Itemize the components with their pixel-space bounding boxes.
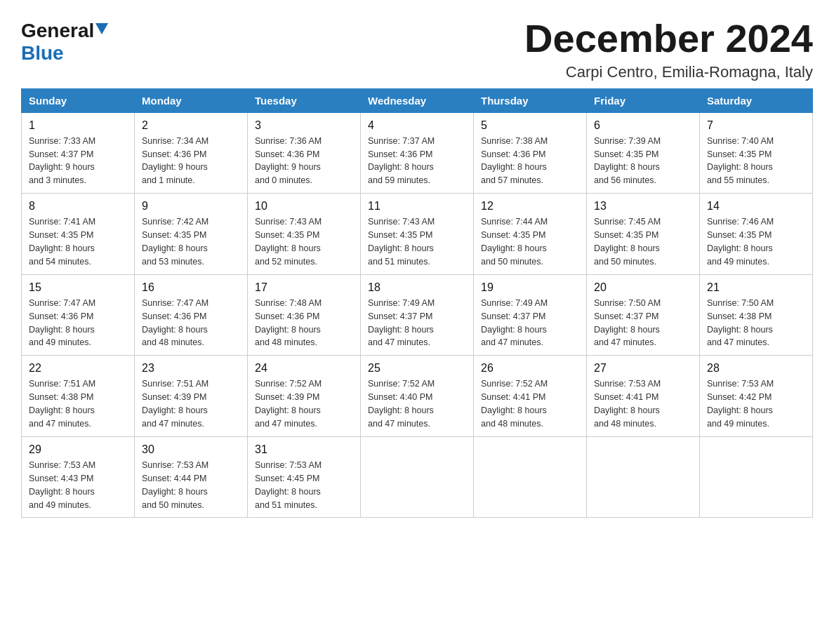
day-info: Sunrise: 7:52 AMSunset: 4:39 PMDaylight:… — [255, 379, 322, 429]
calendar-day-cell: 1 Sunrise: 7:33 AMSunset: 4:37 PMDayligh… — [22, 112, 135, 194]
day-number: 3 — [255, 117, 353, 133]
calendar-empty-cell — [587, 436, 700, 518]
calendar-day-cell: 24 Sunrise: 7:52 AMSunset: 4:39 PMDaylig… — [248, 356, 361, 437]
day-info: Sunrise: 7:53 AMSunset: 4:43 PMDaylight:… — [29, 460, 95, 510]
day-number: 20 — [594, 279, 692, 295]
calendar-day-cell: 21 Sunrise: 7:50 AMSunset: 4:38 PMDaylig… — [700, 274, 813, 356]
calendar-day-cell: 28 Sunrise: 7:53 AMSunset: 4:42 PMDaylig… — [700, 356, 813, 437]
day-number: 1 — [29, 117, 127, 133]
day-number: 10 — [255, 198, 353, 214]
calendar-day-cell: 11 Sunrise: 7:43 AMSunset: 4:35 PMDaylig… — [361, 194, 474, 275]
location-subtitle: Carpi Centro, Emilia-Romagna, Italy — [524, 63, 813, 81]
calendar-header-monday: Monday — [135, 88, 248, 112]
calendar-day-cell: 25 Sunrise: 7:52 AMSunset: 4:40 PMDaylig… — [361, 356, 474, 437]
day-info: Sunrise: 7:53 AMSunset: 4:44 PMDaylight:… — [142, 460, 208, 510]
day-info: Sunrise: 7:50 AMSunset: 4:37 PMDaylight:… — [594, 298, 661, 348]
day-number: 21 — [707, 279, 805, 295]
day-info: Sunrise: 7:37 AMSunset: 4:36 PMDaylight:… — [368, 136, 435, 186]
calendar-empty-cell — [474, 436, 587, 518]
calendar-week-row: 8 Sunrise: 7:41 AMSunset: 4:35 PMDayligh… — [22, 194, 813, 275]
day-number: 30 — [142, 441, 240, 457]
calendar-day-cell: 15 Sunrise: 7:47 AMSunset: 4:36 PMDaylig… — [22, 274, 135, 356]
day-info: Sunrise: 7:33 AMSunset: 4:37 PMDaylight:… — [29, 136, 95, 186]
logo-blue-text: Blue — [21, 42, 64, 64]
calendar-day-cell: 19 Sunrise: 7:49 AMSunset: 4:37 PMDaylig… — [474, 274, 587, 356]
calendar-header-tuesday: Tuesday — [248, 88, 361, 112]
calendar-day-cell: 31 Sunrise: 7:53 AMSunset: 4:45 PMDaylig… — [248, 436, 361, 518]
calendar-day-cell: 2 Sunrise: 7:34 AMSunset: 4:36 PMDayligh… — [135, 112, 248, 194]
calendar-day-cell: 14 Sunrise: 7:46 AMSunset: 4:35 PMDaylig… — [700, 194, 813, 275]
calendar-day-cell: 30 Sunrise: 7:53 AMSunset: 4:44 PMDaylig… — [135, 436, 248, 518]
day-number: 16 — [142, 279, 240, 295]
day-number: 7 — [707, 117, 805, 133]
day-info: Sunrise: 7:40 AMSunset: 4:35 PMDaylight:… — [707, 136, 774, 186]
calendar-week-row: 29 Sunrise: 7:53 AMSunset: 4:43 PMDaylig… — [22, 436, 813, 518]
day-number: 14 — [707, 198, 805, 214]
day-number: 8 — [29, 198, 127, 214]
calendar-day-cell: 18 Sunrise: 7:49 AMSunset: 4:37 PMDaylig… — [361, 274, 474, 356]
day-info: Sunrise: 7:51 AMSunset: 4:39 PMDaylight:… — [142, 379, 208, 429]
day-number: 6 — [594, 117, 692, 133]
day-number: 13 — [594, 198, 692, 214]
calendar-day-cell: 13 Sunrise: 7:45 AMSunset: 4:35 PMDaylig… — [587, 194, 700, 275]
logo: General Blue — [21, 20, 108, 65]
day-number: 18 — [368, 279, 466, 295]
calendar-header-friday: Friday — [587, 88, 700, 112]
logo-general-text: General — [21, 20, 94, 42]
calendar-header-sunday: Sunday — [22, 88, 135, 112]
day-info: Sunrise: 7:42 AMSunset: 4:35 PMDaylight:… — [142, 217, 208, 267]
calendar-week-row: 1 Sunrise: 7:33 AMSunset: 4:37 PMDayligh… — [22, 112, 813, 194]
page-header: General Blue December 2024 Carpi Centro,… — [21, 17, 813, 81]
calendar-day-cell: 16 Sunrise: 7:47 AMSunset: 4:36 PMDaylig… — [135, 274, 248, 356]
day-info: Sunrise: 7:43 AMSunset: 4:35 PMDaylight:… — [255, 217, 322, 267]
day-info: Sunrise: 7:52 AMSunset: 4:40 PMDaylight:… — [368, 379, 435, 429]
calendar-day-cell: 29 Sunrise: 7:53 AMSunset: 4:43 PMDaylig… — [22, 436, 135, 518]
calendar-week-row: 22 Sunrise: 7:51 AMSunset: 4:38 PMDaylig… — [22, 356, 813, 437]
day-info: Sunrise: 7:38 AMSunset: 4:36 PMDaylight:… — [481, 136, 548, 186]
calendar-day-cell: 4 Sunrise: 7:37 AMSunset: 4:36 PMDayligh… — [361, 112, 474, 194]
day-number: 5 — [481, 117, 579, 133]
calendar-day-cell: 9 Sunrise: 7:42 AMSunset: 4:35 PMDayligh… — [135, 194, 248, 275]
month-title: December 2024 — [524, 17, 813, 60]
day-info: Sunrise: 7:49 AMSunset: 4:37 PMDaylight:… — [481, 298, 548, 348]
day-info: Sunrise: 7:50 AMSunset: 4:38 PMDaylight:… — [707, 298, 774, 348]
calendar-header-wednesday: Wednesday — [361, 88, 474, 112]
day-number: 25 — [368, 360, 466, 376]
day-number: 31 — [255, 441, 353, 457]
calendar-empty-cell — [700, 436, 813, 518]
calendar-day-cell: 5 Sunrise: 7:38 AMSunset: 4:36 PMDayligh… — [474, 112, 587, 194]
day-number: 27 — [594, 360, 692, 376]
calendar-week-row: 15 Sunrise: 7:47 AMSunset: 4:36 PMDaylig… — [22, 274, 813, 356]
day-info: Sunrise: 7:52 AMSunset: 4:41 PMDaylight:… — [481, 379, 548, 429]
day-info: Sunrise: 7:45 AMSunset: 4:35 PMDaylight:… — [594, 217, 661, 267]
day-number: 19 — [481, 279, 579, 295]
calendar-day-cell: 22 Sunrise: 7:51 AMSunset: 4:38 PMDaylig… — [22, 356, 135, 437]
day-info: Sunrise: 7:48 AMSunset: 4:36 PMDaylight:… — [255, 298, 322, 348]
day-info: Sunrise: 7:47 AMSunset: 4:36 PMDaylight:… — [142, 298, 208, 348]
logo-triangle-icon — [95, 23, 108, 36]
title-block: December 2024 Carpi Centro, Emilia-Romag… — [524, 17, 813, 81]
day-info: Sunrise: 7:44 AMSunset: 4:35 PMDaylight:… — [481, 217, 548, 267]
day-info: Sunrise: 7:39 AMSunset: 4:35 PMDaylight:… — [594, 136, 661, 186]
svg-marker-0 — [95, 23, 108, 34]
day-number: 24 — [255, 360, 353, 376]
calendar-header-row: SundayMondayTuesdayWednesdayThursdayFrid… — [22, 88, 813, 112]
day-number: 15 — [29, 279, 127, 295]
calendar-day-cell: 7 Sunrise: 7:40 AMSunset: 4:35 PMDayligh… — [700, 112, 813, 194]
calendar-day-cell: 17 Sunrise: 7:48 AMSunset: 4:36 PMDaylig… — [248, 274, 361, 356]
day-info: Sunrise: 7:53 AMSunset: 4:45 PMDaylight:… — [255, 460, 322, 510]
day-info: Sunrise: 7:46 AMSunset: 4:35 PMDaylight:… — [707, 217, 774, 267]
day-info: Sunrise: 7:49 AMSunset: 4:37 PMDaylight:… — [368, 298, 435, 348]
day-info: Sunrise: 7:43 AMSunset: 4:35 PMDaylight:… — [368, 217, 435, 267]
day-number: 17 — [255, 279, 353, 295]
calendar-day-cell: 6 Sunrise: 7:39 AMSunset: 4:35 PMDayligh… — [587, 112, 700, 194]
day-number: 22 — [29, 360, 127, 376]
day-number: 4 — [368, 117, 466, 133]
calendar-day-cell: 8 Sunrise: 7:41 AMSunset: 4:35 PMDayligh… — [22, 194, 135, 275]
calendar-table: SundayMondayTuesdayWednesdayThursdayFrid… — [21, 88, 813, 518]
calendar-day-cell: 10 Sunrise: 7:43 AMSunset: 4:35 PMDaylig… — [248, 194, 361, 275]
calendar-header-saturday: Saturday — [700, 88, 813, 112]
day-info: Sunrise: 7:41 AMSunset: 4:35 PMDaylight:… — [29, 217, 95, 267]
day-info: Sunrise: 7:47 AMSunset: 4:36 PMDaylight:… — [29, 298, 95, 348]
calendar-day-cell: 12 Sunrise: 7:44 AMSunset: 4:35 PMDaylig… — [474, 194, 587, 275]
